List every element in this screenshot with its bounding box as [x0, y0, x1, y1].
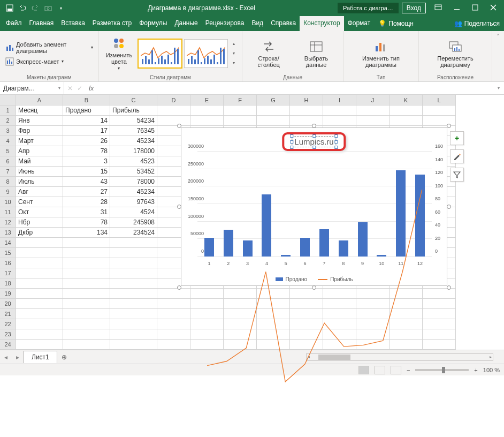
- row-header[interactable]: 4: [0, 136, 16, 146]
- column-header[interactable]: G: [257, 95, 290, 106]
- cell[interactable]: Продано: [63, 106, 110, 116]
- cell[interactable]: Нбр: [16, 217, 63, 228]
- column-header[interactable]: I: [323, 95, 356, 106]
- zoom-level[interactable]: 100 %: [483, 367, 500, 373]
- chart-elements-button[interactable]: +: [450, 131, 464, 145]
- cell[interactable]: [157, 309, 190, 319]
- ribbon-display-icon[interactable]: [429, 1, 447, 16]
- column-header[interactable]: B: [63, 95, 110, 106]
- sheet-nav-next[interactable]: ▸: [12, 353, 24, 361]
- cell[interactable]: Июль: [16, 177, 63, 187]
- column-header[interactable]: H: [290, 95, 323, 106]
- cell[interactable]: [16, 258, 63, 268]
- row-header[interactable]: 16: [0, 258, 16, 268]
- undo-icon[interactable]: [18, 4, 27, 12]
- cell[interactable]: [356, 106, 390, 116]
- change-chart-type-button[interactable]: Изменить тип диаграммы: [348, 38, 414, 69]
- cell[interactable]: Сент: [16, 197, 63, 207]
- cell[interactable]: [63, 340, 110, 350]
- row-header[interactable]: 6: [0, 156, 16, 167]
- cell[interactable]: [110, 258, 157, 268]
- tab-format[interactable]: Формат: [344, 16, 375, 31]
- select-all-corner[interactable]: [0, 95, 16, 106]
- row-header[interactable]: 17: [0, 268, 16, 278]
- cell[interactable]: Май: [16, 156, 63, 167]
- row-header[interactable]: 5: [0, 146, 16, 156]
- cell[interactable]: [356, 116, 390, 126]
- cell[interactable]: [63, 299, 110, 309]
- chart-filters-button[interactable]: [450, 168, 464, 182]
- quick-layout-button[interactable]: Экспресс-макет ▾: [4, 56, 94, 67]
- cell[interactable]: [16, 340, 63, 350]
- cell[interactable]: 43: [63, 177, 110, 187]
- row-header[interactable]: 9: [0, 187, 16, 197]
- cell[interactable]: Март: [16, 136, 63, 146]
- cell[interactable]: [157, 106, 190, 116]
- row-header[interactable]: 18: [0, 278, 16, 289]
- cell[interactable]: [190, 116, 224, 126]
- cell[interactable]: Апр: [16, 146, 63, 156]
- cell[interactable]: 78000: [110, 177, 157, 187]
- tab-help[interactable]: Справка: [267, 16, 300, 31]
- cell[interactable]: [63, 248, 110, 258]
- plot-area[interactable]: 050000100000150000200000250000300000 020…: [197, 152, 432, 257]
- close-button[interactable]: [485, 1, 502, 16]
- save-icon[interactable]: [5, 4, 14, 12]
- share-button[interactable]: 👥Поделиться: [450, 16, 504, 31]
- tab-view[interactable]: Вид: [248, 16, 267, 31]
- cell[interactable]: 245908: [110, 217, 157, 228]
- cell[interactable]: [257, 106, 290, 116]
- maximize-button[interactable]: [467, 1, 484, 16]
- cell[interactable]: 45234: [110, 136, 157, 146]
- cell[interactable]: 17: [63, 126, 110, 136]
- cell[interactable]: [157, 319, 190, 329]
- cell[interactable]: Месяц: [16, 106, 63, 116]
- redo-icon[interactable]: [31, 4, 40, 12]
- cell[interactable]: [157, 299, 190, 309]
- cell[interactable]: [110, 238, 157, 248]
- sheet-nav-prev[interactable]: ◂: [0, 353, 12, 361]
- chart-style-1[interactable]: [138, 39, 182, 68]
- cell[interactable]: [16, 248, 63, 258]
- minimize-button[interactable]: [448, 1, 465, 16]
- cell[interactable]: 54234: [110, 116, 157, 126]
- cell[interactable]: [63, 238, 110, 248]
- fx-icon[interactable]: fx: [87, 85, 94, 92]
- cell[interactable]: [16, 299, 63, 309]
- row-header[interactable]: 8: [0, 177, 16, 187]
- row-header[interactable]: 24: [0, 340, 16, 350]
- name-box[interactable]: Диаграм… ▾: [0, 82, 64, 94]
- row-header[interactable]: 22: [0, 319, 16, 329]
- login-button[interactable]: Вход: [402, 3, 426, 13]
- chart-legend[interactable]: Продано Прибыль: [181, 276, 447, 282]
- sheet-tab[interactable]: Лист1: [24, 351, 57, 363]
- chart-style-2[interactable]: [184, 39, 228, 68]
- cell[interactable]: [63, 278, 110, 289]
- cell[interactable]: Авг: [16, 187, 63, 197]
- cell[interactable]: [157, 340, 190, 350]
- cell[interactable]: [157, 329, 190, 340]
- cell[interactable]: [157, 289, 190, 299]
- cell[interactable]: 28: [63, 197, 110, 207]
- cancel-formula-icon[interactable]: ✕: [67, 85, 73, 92]
- cell[interactable]: 97643: [110, 197, 157, 207]
- row-header[interactable]: 2: [0, 116, 16, 126]
- cell[interactable]: [423, 116, 456, 126]
- cell[interactable]: [110, 340, 157, 350]
- cell[interactable]: [63, 309, 110, 319]
- row-header[interactable]: 21: [0, 309, 16, 319]
- switch-rowcol-button[interactable]: Строка/ столбец: [247, 38, 291, 69]
- cell[interactable]: 26: [63, 136, 110, 146]
- cell[interactable]: [16, 319, 63, 329]
- cell[interactable]: [110, 278, 157, 289]
- tab-layout[interactable]: Разметка стр: [89, 16, 135, 31]
- select-data-button[interactable]: Выбрать данные: [294, 38, 339, 69]
- cell[interactable]: [190, 106, 224, 116]
- cell[interactable]: [110, 309, 157, 319]
- tab-design[interactable]: Конструктор: [300, 16, 343, 31]
- cell[interactable]: [390, 116, 423, 126]
- row-header[interactable]: 10: [0, 197, 16, 207]
- camera-icon[interactable]: [44, 4, 52, 12]
- column-header[interactable]: K: [390, 95, 423, 106]
- cell[interactable]: [16, 238, 63, 248]
